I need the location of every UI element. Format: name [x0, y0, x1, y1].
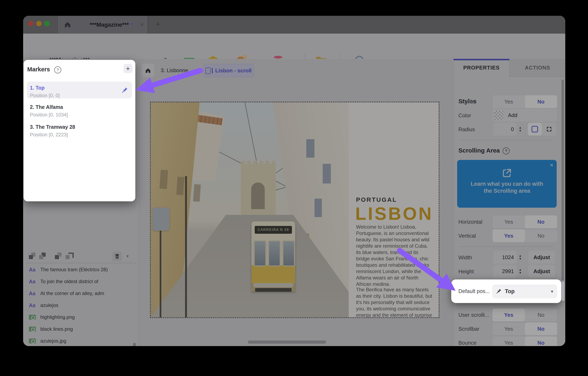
marker-item-top[interactable]: 1. Top Position [0, 0] [27, 82, 132, 99]
panel-scrollbar-highlight [562, 281, 565, 301]
default-position-spotlight: Default pos... Top ▾ [451, 279, 561, 303]
markers-panel: Markers ? + 1. Top Position [0, 0] 2. Th… [23, 60, 135, 201]
pin-icon [496, 288, 502, 295]
marker-item-alfama[interactable]: 2. The Alfama Position [0, 1034] [27, 104, 135, 118]
default-position-label: Default pos... [458, 279, 490, 303]
default-position-dropdown[interactable]: Top ▾ [492, 285, 557, 298]
add-marker-button[interactable]: + [124, 64, 132, 73]
markers-title: Markers [27, 66, 50, 73]
screenshot-stage: ***Magazine*** * × + ***Magazine*** Tabl… [0, 0, 588, 376]
help-icon[interactable]: ? [54, 66, 61, 73]
marker-item-tramway[interactable]: 3. The Tramway 28 Position [0, 2223] [27, 124, 135, 138]
caret-down-icon: ▾ [551, 289, 553, 294]
pin-icon [122, 87, 128, 94]
